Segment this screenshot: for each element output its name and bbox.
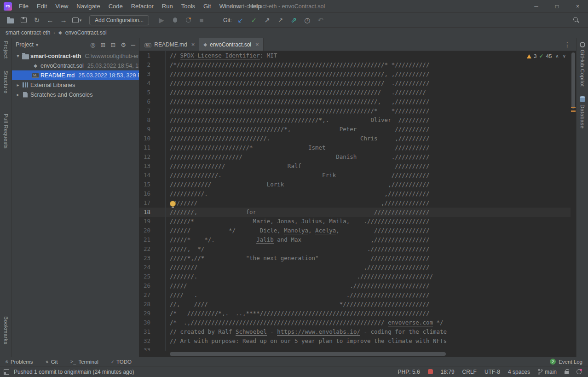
code-line[interactable]: //////* Marie, Jonas, Julius, Maila, .//… — [166, 217, 571, 226]
toolwindow-button-terminal[interactable]: >_Terminal — [70, 359, 98, 365]
code-line[interactable]: //////////////. Erik /////////// — [166, 171, 571, 180]
code-line[interactable]: //////////// Lorik ,/////////// — [166, 180, 571, 189]
code-line[interactable]: /*//////////////////////////////////////… — [166, 60, 571, 70]
toolwindow-switcher-icon[interactable] — [4, 369, 9, 375]
run-icon[interactable]: ▶ — [156, 15, 167, 26]
line-number[interactable]: 15 — [139, 180, 165, 189]
toolwindow-button-pull-requests[interactable]: Pull Requests — [0, 114, 12, 149]
code-line[interactable]: ///////////////////////* Ismet /////////… — [166, 143, 571, 152]
menu-refactor[interactable]: Refactor — [127, 0, 158, 12]
menu-view[interactable]: View — [51, 0, 72, 12]
tree-item-envocontract-sol[interactable]: ◆envoContract.sol25.03.2022 18:54, 13,29 — [12, 61, 139, 70]
commit-icon[interactable]: ✓ — [248, 15, 259, 26]
editor-gutter[interactable]: 1234567891011121314151617181920212223242… — [139, 51, 166, 351]
sync-icon[interactable]: ↻ — [31, 15, 42, 26]
cherry-pick-icon[interactable]: ⇗ — [288, 15, 300, 26]
line-number[interactable]: 33 — [139, 346, 165, 351]
editor-tab-readme-md[interactable]: M↓README.md× — [140, 38, 199, 51]
history-icon[interactable]: ◷ — [302, 15, 313, 26]
breadcrumb-item-smart-contract-eth[interactable]: smart-contract-eth — [6, 29, 50, 36]
line-number[interactable]: 3 — [139, 70, 165, 79]
previous-issue-icon[interactable]: ∧ — [555, 52, 559, 61]
search-everywhere-icon[interactable] — [573, 17, 580, 23]
back-icon[interactable]: ← — [45, 15, 56, 26]
code-line[interactable]: /////, */ .///////////////// — [166, 244, 571, 254]
intention-bulb-icon[interactable] — [170, 201, 176, 207]
line-separator-widget[interactable]: CRLF — [462, 369, 477, 375]
line-number[interactable]: 24 — [139, 263, 165, 272]
warning-stripe-mark[interactable] — [571, 107, 576, 108]
close-tab-icon[interactable]: × — [191, 41, 195, 48]
code-line[interactable]: ////////////////////////////////////////… — [166, 97, 571, 106]
line-number[interactable]: 29 — [139, 309, 165, 318]
caret-position-widget[interactable]: 18:79 — [441, 369, 455, 375]
close-tab-icon[interactable]: × — [255, 41, 259, 48]
toolwindow-button-bookmarks[interactable]: Bookmarks — [0, 316, 12, 344]
line-number[interactable]: 5 — [139, 88, 165, 97]
code-line[interactable]: /////////////////////////////////*, Pete… — [166, 125, 571, 134]
inspections-widget[interactable]: 3 ✓ 45 ∧ ∨ — [527, 52, 566, 60]
line-number[interactable]: 25 — [139, 272, 165, 281]
update-project-icon[interactable]: ↙ — [235, 15, 246, 26]
line-number[interactable]: 18 — [139, 208, 165, 217]
maximize-button[interactable]: □ — [547, 0, 567, 13]
line-number[interactable]: 6 — [139, 97, 165, 106]
code-line[interactable]: //////// ,////////////////// — [166, 263, 571, 272]
line-number[interactable]: 9 — [139, 125, 165, 134]
vertical-scrollbar[interactable] — [571, 51, 576, 351]
line-number[interactable]: 22 — [139, 244, 165, 254]
chevron-right-icon[interactable]: ▸ — [15, 92, 21, 97]
code-line[interactable]: ///////////////////// Danish .////////// — [166, 152, 571, 162]
code-line[interactable]: /* /////////*,. ..,****/////////////////… — [166, 309, 571, 318]
editor[interactable]: 1234567891011121314151617181920212223242… — [139, 51, 576, 357]
minimize-button[interactable]: ─ — [526, 0, 547, 13]
toolwindow-button-database[interactable]: Database — [576, 96, 588, 128]
php-version-widget[interactable]: PHP: 5.6 — [398, 369, 420, 375]
code-line[interactable]: ////////////////////////////////////////… — [166, 116, 571, 125]
breadcrumb-item-envocontract-sol[interactable]: envoContract.sol — [65, 29, 107, 36]
line-number[interactable]: 23 — [139, 254, 165, 263]
tree-item-scratches-and-consoles[interactable]: ▸Scratches and Consoles — [12, 90, 139, 99]
tree-item-smart-contract-eth[interactable]: ▾smart-contract-ethC:\wwwroot\github-en — [12, 51, 139, 61]
code-line[interactable]: //// . ./////////////////////// — [166, 290, 571, 300]
code-line[interactable]: ////////////////////////////////////////… — [166, 79, 571, 88]
forward-icon[interactable]: → — [58, 15, 69, 26]
line-number[interactable]: 14 — [139, 171, 165, 180]
line-number[interactable]: 13 — [139, 162, 165, 171]
event-log-button[interactable]: 2 Event Log — [550, 359, 582, 365]
menu-navigate[interactable]: Navigate — [72, 0, 104, 12]
line-number[interactable]: 8 — [139, 116, 165, 125]
warning-stripe-mark[interactable] — [571, 110, 576, 112]
toolwindow-button-git[interactable]: ⇅Git — [46, 359, 58, 365]
code-line[interactable]: // SPDX-License-Identifier: MIT — [166, 51, 571, 60]
code-line[interactable]: ///// .////////////////////// — [166, 281, 571, 290]
menu-code[interactable]: Code — [104, 0, 127, 12]
line-number[interactable]: 17 — [139, 198, 165, 208]
tree-item-external-libraries[interactable]: ▸External Libraries — [12, 80, 139, 90]
line-number[interactable]: 1 — [139, 51, 165, 60]
code-line[interactable]: //////////////// Ralf ////////// — [166, 162, 571, 171]
run-configurations-icon[interactable]: ▾ — [71, 15, 82, 26]
write-lock-icon[interactable] — [565, 371, 569, 374]
menu-edit[interactable]: Edit — [33, 0, 51, 12]
menu-git[interactable]: Git — [199, 0, 215, 12]
horizontal-scrollbar[interactable] — [166, 351, 571, 357]
editor-tab-envocontract-sol[interactable]: ◆envoContract.sol× — [199, 38, 263, 51]
code-line[interactable]: // created by Ralf Schwoebel - https://w… — [166, 327, 571, 336]
chevron-down-icon[interactable]: ▾ — [15, 53, 21, 58]
code-line[interactable]: ////// */ Dicle, Manolya, Acelya, //////… — [166, 226, 571, 235]
git-branch-widget[interactable]: main — [538, 369, 557, 375]
line-number[interactable]: 11 — [139, 143, 165, 152]
collapse-all-icon[interactable]: ⊟ — [110, 41, 115, 48]
horizontal-scrollbar-thumb[interactable] — [170, 352, 446, 356]
stop-icon[interactable]: ■ — [196, 15, 207, 26]
add-configuration-button[interactable]: Add Configuration... — [89, 15, 149, 25]
menu-file[interactable]: File — [15, 0, 33, 12]
save-all-icon[interactable] — [18, 15, 29, 26]
code-line[interactable]: ////////////////////////////////////////… — [166, 106, 571, 116]
line-number[interactable]: 31 — [139, 327, 165, 336]
menu-tools[interactable]: Tools — [177, 0, 199, 12]
project-view-selector[interactable]: Project — [16, 41, 34, 48]
line-number[interactable]: 10 — [139, 134, 165, 143]
code-line[interactable]: //////////. ,//////////// — [166, 189, 571, 198]
